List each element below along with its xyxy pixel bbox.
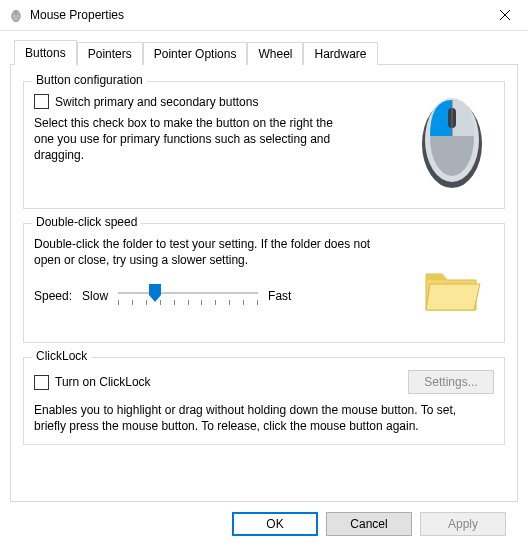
tab-strip: Buttons Pointers Pointer Options Wheel H… — [10, 39, 518, 64]
checkbox-box-icon — [34, 375, 49, 390]
checkbox-box-icon — [34, 94, 49, 109]
tab-pointer-options[interactable]: Pointer Options — [143, 42, 248, 65]
group-legend: Double-click speed — [32, 215, 141, 229]
title-bar: Mouse Properties — [0, 0, 528, 31]
tab-hardware[interactable]: Hardware — [303, 42, 377, 65]
group-doubleclick-speed: Double-click speed Double-click the fold… — [23, 223, 505, 343]
slow-label: Slow — [82, 289, 108, 303]
group-legend: ClickLock — [32, 349, 91, 363]
close-button[interactable] — [482, 0, 528, 31]
mouse-illustration — [412, 88, 492, 193]
tab-buttons[interactable]: Buttons — [14, 40, 77, 65]
button-config-description: Select this check box to make the button… — [34, 115, 354, 164]
window-title: Mouse Properties — [30, 8, 482, 22]
tab-pointers[interactable]: Pointers — [77, 42, 143, 65]
mouse-icon — [8, 7, 24, 23]
fast-label: Fast — [268, 289, 291, 303]
dialog-buttons: OK Cancel Apply — [10, 502, 518, 536]
folder-test-icon[interactable] — [420, 260, 484, 316]
group-button-configuration: Button configuration Switch primary and … — [23, 81, 505, 209]
checkbox-label: Turn on ClickLock — [55, 375, 151, 389]
clicklock-checkbox[interactable]: Turn on ClickLock — [34, 375, 151, 390]
apply-button: Apply — [420, 512, 506, 536]
doubleclick-description: Double-click the folder to test your set… — [34, 236, 374, 268]
ok-button[interactable]: OK — [232, 512, 318, 536]
checkbox-label: Switch primary and secondary buttons — [55, 95, 258, 109]
group-legend: Button configuration — [32, 73, 147, 87]
speed-slider[interactable] — [118, 282, 258, 310]
group-clicklock: ClickLock Turn on ClickLock Settings... … — [23, 357, 505, 445]
tab-wheel[interactable]: Wheel — [247, 42, 303, 65]
slider-thumb-icon — [148, 283, 162, 303]
clicklock-settings-button: Settings... — [408, 370, 494, 394]
cancel-button[interactable]: Cancel — [326, 512, 412, 536]
speed-label: Speed: — [34, 289, 72, 303]
clicklock-description: Enables you to highlight or drag without… — [34, 402, 474, 434]
tab-panel: Button configuration Switch primary and … — [10, 64, 518, 502]
